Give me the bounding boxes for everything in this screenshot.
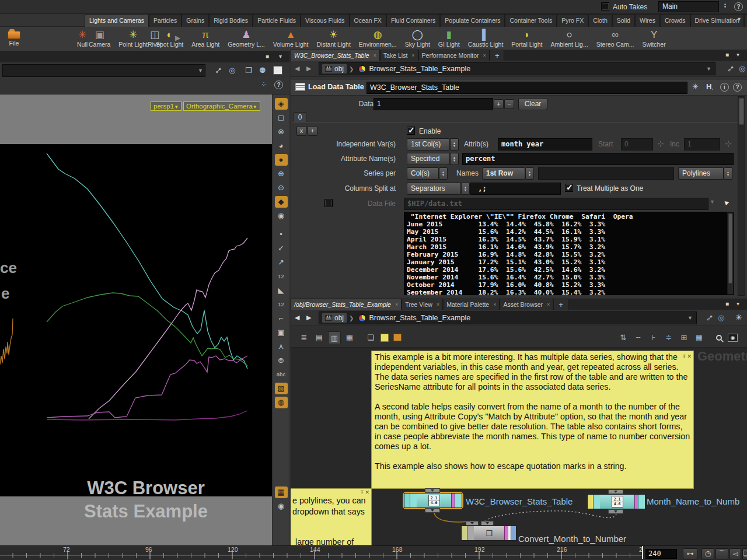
columns-split-dropdown[interactable]: Separators (407, 183, 461, 195)
tree-view-icon[interactable]: ≣ (298, 331, 310, 344)
node-flag[interactable] (404, 494, 410, 508)
headlight-icon[interactable]: ● (275, 154, 288, 166)
names-dropdown[interactable]: 1st Row (482, 167, 525, 180)
shelf-tab-particle-fluids[interactable]: Particle Fluids (253, 14, 301, 27)
pane-maximize-icon[interactable]: ■ (725, 51, 729, 58)
abc-display-icon[interactable]: abc (275, 369, 288, 380)
path-dropdown-icon[interactable]: ▼ (198, 68, 203, 74)
viewport-name-menu[interactable]: persp1▼ (151, 102, 181, 111)
shelf-tool-geometry-light[interactable]: ♟Geometry L... (224, 27, 269, 50)
viewport-help-icon[interactable]: ? (274, 80, 283, 89)
align-nodes-icon[interactable]: ≑ (662, 331, 675, 344)
pin-icon[interactable]: ⊶ (725, 64, 736, 74)
shelf-tool-caustic-light[interactable]: ▌Caustic Light (464, 27, 508, 50)
prim-normals-icon[interactable]: ◣ (275, 285, 288, 296)
shelf-tool-point-light[interactable]: ✳Point Light (114, 27, 152, 50)
profile-curves-icon[interactable]: ⌐ (275, 313, 288, 324)
node-flag[interactable] (467, 526, 474, 540)
shelf-tab-populate-containers[interactable]: Populate Containers (440, 14, 505, 27)
simulation-reset-icon[interactable]: ⌒ (715, 548, 728, 559)
shelf-overflow-icon[interactable]: ▼ (736, 16, 742, 22)
attribs-field[interactable]: month year (498, 138, 592, 150)
data-file-dropdown-icon[interactable]: ▼ (710, 199, 715, 205)
node-label[interactable]: W3C_Browser_Stats_Table (466, 496, 573, 506)
node-output-connector[interactable] (425, 508, 440, 513)
node-flag[interactable] (410, 494, 417, 508)
shelf-tab-lights-and-cameras[interactable]: Lights and Cameras (85, 14, 149, 27)
forward-icon[interactable]: ▶ (306, 314, 311, 321)
snap-grid-icon[interactable]: ▦ (275, 487, 288, 498)
pane-menu-icon[interactable]: ▾ (279, 53, 282, 60)
grid-display-icon[interactable]: ▦ (693, 331, 706, 344)
node-flag[interactable] (511, 526, 516, 540)
shelf-tool-environment-light[interactable]: ◍Environmen... (355, 27, 401, 50)
shelf-tool-sky-light[interactable]: ◯Sky Light (401, 27, 434, 50)
columns-split-spinner[interactable] (461, 183, 470, 195)
shelf-tab-particles[interactable]: Particles (149, 14, 181, 27)
pane-maximize-icon[interactable]: ■ (266, 53, 269, 60)
ghost-objects-icon[interactable]: ⊗ (275, 126, 288, 138)
independent-vars-spinner[interactable] (450, 138, 459, 150)
auto-key-icon[interactable]: ⊶ (683, 548, 697, 559)
list-view-icon[interactable]: ▤ (313, 331, 326, 344)
close-tab-icon[interactable]: × (437, 302, 439, 307)
layout-icon[interactable]: ⁘ (261, 80, 267, 89)
multiparm-tab-0[interactable]: 0 (294, 112, 306, 123)
series-per-dropdown[interactable]: Col(s) (407, 167, 439, 180)
shelf-tool-file[interactable]: File (1, 27, 27, 50)
radial-menu-icon[interactable]: ◎ (739, 64, 745, 73)
data-tables-field[interactable]: 1 (374, 98, 493, 110)
image-planes-icon[interactable]: ▧ (275, 383, 288, 394)
delete-instance-button[interactable]: x (296, 126, 306, 136)
close-tab-icon[interactable]: × (374, 52, 376, 58)
node-flag[interactable] (462, 526, 467, 540)
pane-tab-tree-view[interactable]: Tree View× (402, 299, 443, 310)
add-light-icon[interactable]: ⊕ (275, 168, 288, 180)
shelf-tab-wires[interactable]: Wires (635, 14, 660, 27)
shelf-tool-volume-light[interactable]: ▲Volume Light (269, 27, 313, 50)
shelf-tool-ambient-light[interactable]: ○Ambient Lig... (546, 27, 592, 50)
shading-mode-icon[interactable] (273, 66, 282, 75)
network-gear-icon[interactable]: ✳ (735, 313, 742, 322)
realtime-toggle-icon[interactable]: ◷ (701, 548, 714, 559)
node-label[interactable]: Convert_Month_to_Number (518, 534, 626, 544)
radial-menu-icon[interactable]: ◎ (718, 313, 724, 322)
shelf-tab-pyro-fx[interactable]: Pyro FX (557, 14, 588, 27)
shelf-tool-gi-light[interactable]: ▮GI Light (434, 27, 464, 50)
pane-tab-take-list[interactable]: Take List× (380, 50, 418, 61)
shelf-tool-portal-light[interactable]: ◗Portal Light (507, 27, 546, 50)
camera-selector-menu[interactable]: Orthographic_Camera▼ (183, 102, 260, 111)
inc-field[interactable]: 1 (684, 138, 720, 150)
separators-field[interactable]: ,; (470, 183, 561, 195)
data-preview-table[interactable]: "Internet Explorer \"IE\"" Firefox Chrom… (404, 212, 734, 295)
point-numbers-icon[interactable]: 12 (275, 271, 288, 282)
node-flag[interactable] (455, 494, 462, 508)
independent-vars-dropdown[interactable]: 1st Col(s) (407, 138, 450, 150)
point-trails-icon[interactable]: ↗ (275, 257, 288, 268)
end-frame-field[interactable]: 240 (645, 549, 677, 559)
close-tab-icon[interactable]: × (547, 302, 550, 307)
pane-tab-asset-browser[interactable]: Asset Browser× (500, 299, 553, 310)
pane-menu-icon[interactable]: ▾ (736, 300, 739, 307)
attribute-names-dropdown[interactable]: Specified (407, 153, 450, 165)
info-icon[interactable]: i (720, 83, 729, 92)
display-options-icon[interactable]: ◉ (275, 210, 288, 222)
origin-gnomon-icon[interactable]: ◍ (275, 397, 288, 408)
pane-tab-obj-browser-stats-table-example[interactable]: /obj/Browser_Stats_Table_Example× (291, 299, 402, 310)
show-points-icon[interactable]: • (275, 229, 288, 240)
shelf-tab-cloth[interactable]: Cloth (588, 14, 612, 27)
find-node-icon[interactable] (716, 335, 722, 341)
close-tab-icon[interactable]: × (411, 52, 414, 58)
pane-maximize-icon[interactable]: ■ (725, 300, 729, 307)
houdini-logo-icon[interactable]: H, (706, 82, 713, 91)
node-flag[interactable] (593, 495, 600, 509)
back-icon[interactable]: ◀ (295, 314, 299, 321)
param-pane-scrollbar[interactable] (738, 96, 745, 296)
lock-camera-icon[interactable]: ◻ (275, 112, 288, 124)
sticky-note-icon[interactable] (381, 334, 389, 342)
close-tab-icon[interactable]: × (493, 302, 496, 307)
node-input-connector[interactable] (481, 521, 494, 526)
shelf-tab-grains[interactable]: Grains (181, 14, 209, 27)
shelf-tab-solid[interactable]: Solid (612, 14, 635, 27)
network-canvas[interactable]: Geometry Ŧ ✕ This example is a bit more … (291, 348, 747, 545)
